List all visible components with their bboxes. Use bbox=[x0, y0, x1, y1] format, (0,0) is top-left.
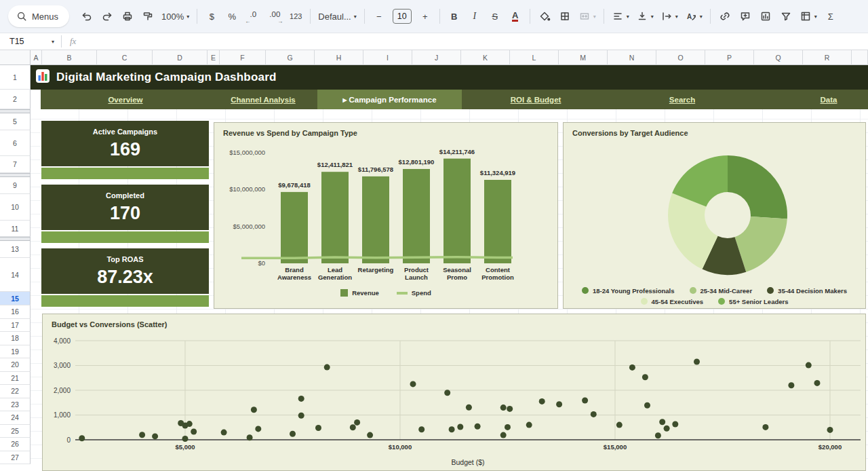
row-header-23[interactable]: 23 bbox=[0, 398, 31, 412]
create-filter-button[interactable] bbox=[776, 7, 795, 26]
column-header-H[interactable]: H bbox=[315, 50, 363, 65]
vertical-align-button[interactable]: ▾ bbox=[633, 7, 656, 26]
font-select[interactable]: Defaul...▾ bbox=[315, 7, 359, 26]
column-headers: ABCDEFGHIJKLMNOPQR bbox=[0, 50, 868, 65]
row-header-19[interactable]: 19 bbox=[0, 345, 31, 359]
kpi-block: Active Campaigns169 bbox=[41, 121, 209, 166]
row-header-26[interactable]: 26 bbox=[0, 438, 31, 451]
legend-label: 35-44 Decision Makers bbox=[778, 287, 847, 295]
column-header-blank[interactable] bbox=[852, 50, 868, 65]
scatter-point bbox=[324, 364, 330, 371]
column-header-G[interactable]: G bbox=[266, 50, 315, 65]
column-header-C[interactable]: C bbox=[97, 50, 153, 65]
column-header-B[interactable]: B bbox=[42, 50, 97, 65]
tab-roi-budget[interactable]: ROI & Budget bbox=[511, 90, 561, 109]
font-size-decrease[interactable]: − bbox=[370, 7, 389, 26]
insert-link-button[interactable] bbox=[715, 7, 734, 26]
print-button[interactable] bbox=[118, 7, 137, 26]
strikethrough-button[interactable]: S bbox=[486, 7, 505, 26]
currency-format-button[interactable]: $ bbox=[202, 7, 221, 26]
fill-color-button[interactable] bbox=[535, 7, 554, 26]
bold-button[interactable]: B bbox=[445, 7, 464, 26]
row-header-2[interactable]: 2 bbox=[0, 90, 31, 109]
fx-icon: fx bbox=[70, 36, 76, 47]
row-header-27[interactable]: 27 bbox=[0, 451, 31, 465]
y-axis-tick: $15,000,000 bbox=[229, 149, 265, 156]
font-size-increase[interactable]: + bbox=[416, 7, 435, 26]
select-all-corner[interactable] bbox=[0, 50, 31, 65]
text-wrap-button[interactable]: ▾ bbox=[658, 7, 681, 26]
zoom-select[interactable]: 100%▾ bbox=[159, 7, 192, 26]
menus-search[interactable]: Menus bbox=[8, 5, 69, 27]
insert-chart-button[interactable] bbox=[756, 7, 775, 26]
row-header-9[interactable]: 9 bbox=[0, 177, 31, 194]
decrease-decimals-button[interactable]: .0← bbox=[243, 7, 263, 26]
undo-button[interactable] bbox=[77, 7, 96, 26]
text-color-button[interactable]: A bbox=[506, 7, 525, 26]
column-header-P[interactable]: P bbox=[705, 50, 754, 65]
scatter-point bbox=[500, 432, 507, 438]
tab-channel-analysis[interactable]: Channel Analysis bbox=[231, 90, 295, 109]
tab-campaign-performance[interactable]: ▸ Campaign Performance bbox=[317, 90, 462, 109]
tab-search[interactable]: Search bbox=[669, 90, 695, 109]
row-header-15[interactable]: 15 bbox=[0, 292, 31, 305]
legend-revenue: Revenue bbox=[340, 289, 379, 297]
row-header-24[interactable]: 24 bbox=[0, 411, 31, 425]
tab-data[interactable]: Data bbox=[821, 90, 837, 109]
row-header-10[interactable]: 10 bbox=[0, 194, 31, 221]
column-header-J[interactable]: J bbox=[412, 50, 461, 65]
divider bbox=[61, 35, 62, 48]
row-header-1[interactable]: 1 bbox=[0, 65, 31, 90]
donut-chart-canvas bbox=[564, 137, 865, 282]
redo-button[interactable] bbox=[98, 7, 117, 26]
chevron-down-icon[interactable]: ▾ bbox=[52, 39, 54, 45]
functions-button[interactable]: Σ bbox=[821, 7, 840, 26]
column-header-L[interactable]: L bbox=[510, 50, 559, 65]
tab-overview[interactable]: Overview bbox=[108, 90, 142, 109]
y-axis-tick: 0 bbox=[66, 436, 71, 444]
borders-button[interactable] bbox=[555, 7, 574, 26]
column-header-K[interactable]: K bbox=[461, 50, 510, 65]
row-header-22[interactable]: 22 bbox=[0, 385, 31, 398]
paint-format-button[interactable] bbox=[138, 7, 157, 26]
increase-decimals-button[interactable]: .00→ bbox=[264, 7, 285, 26]
percent-format-button[interactable]: % bbox=[222, 7, 241, 26]
font-size-input[interactable]: 10 bbox=[390, 7, 414, 26]
row-header-7[interactable]: 7 bbox=[0, 156, 31, 173]
italic-button[interactable]: I bbox=[465, 7, 484, 26]
horizontal-align-button[interactable]: ▾ bbox=[609, 7, 632, 26]
row-header-20[interactable]: 20 bbox=[0, 358, 31, 372]
y-axis-tick: 4,000 bbox=[54, 337, 71, 345]
row-header-16[interactable]: 16 bbox=[0, 305, 31, 319]
row-header-5[interactable]: 5 bbox=[0, 113, 31, 130]
column-header-I[interactable]: I bbox=[363, 50, 412, 65]
row-header-17[interactable]: 17 bbox=[0, 319, 31, 333]
toolbar-label: A bbox=[512, 11, 518, 22]
x-category-label: Content bbox=[486, 266, 511, 274]
row-header-25[interactable]: 25 bbox=[0, 425, 31, 438]
row-header-14[interactable]: 14 bbox=[0, 258, 31, 292]
column-header-O[interactable]: O bbox=[656, 50, 705, 65]
column-header-R[interactable]: R bbox=[803, 50, 852, 65]
column-header-M[interactable]: M bbox=[559, 50, 608, 65]
name-box[interactable]: T15 ▾ bbox=[0, 37, 60, 46]
x-axis-tick: $5,000 bbox=[175, 443, 195, 451]
row-header-6[interactable]: 6 bbox=[0, 130, 31, 156]
row-header-18[interactable]: 18 bbox=[0, 332, 31, 345]
row-header-21[interactable]: 21 bbox=[0, 372, 31, 385]
column-header-E[interactable]: E bbox=[208, 50, 220, 65]
scatter-point bbox=[186, 421, 193, 427]
text-rotation-button[interactable]: A▾ bbox=[682, 7, 705, 26]
column-header-A[interactable]: A bbox=[31, 50, 42, 65]
column-header-N[interactable]: N bbox=[608, 50, 656, 65]
column-header-D[interactable]: D bbox=[153, 50, 208, 65]
row-header-11[interactable]: 11 bbox=[0, 221, 31, 237]
column-header-Q[interactable]: Q bbox=[754, 50, 803, 65]
chart-title: Revenue vs Spend by Campaign Type bbox=[214, 123, 557, 137]
donut-slice bbox=[728, 155, 787, 219]
column-header-F[interactable]: F bbox=[220, 50, 266, 65]
insert-comment-button[interactable] bbox=[736, 7, 755, 26]
table-views-button[interactable]: ▾ bbox=[797, 7, 820, 26]
row-header-13[interactable]: 13 bbox=[0, 241, 31, 258]
number-format-button[interactable]: 123 bbox=[286, 7, 305, 26]
